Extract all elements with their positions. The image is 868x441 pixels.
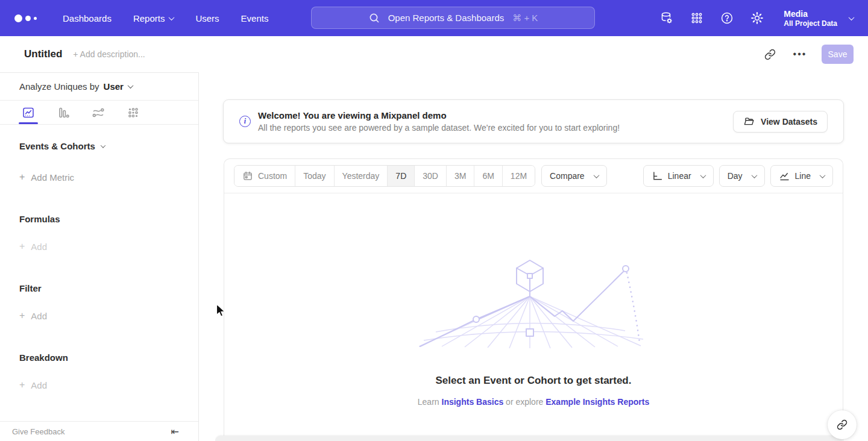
add-filter-button[interactable]: + Add: [19, 310, 198, 321]
range-12m[interactable]: 12M: [503, 166, 535, 186]
report-toolbar: Custom Today Yesterday 7D 30D 3M 6M 12M …: [224, 159, 843, 193]
view-datasets-button[interactable]: View Datasets: [733, 111, 828, 133]
tab-retention-icon[interactable]: [123, 101, 143, 124]
global-search-input[interactable]: Open Reports & Dashboards ⌘ + K: [311, 7, 595, 29]
save-button[interactable]: Save: [822, 45, 854, 64]
top-navigation: Dashboards Reports Users Events Open Rep…: [0, 0, 868, 36]
nav-reports[interactable]: Reports: [133, 13, 174, 23]
apps-grid-icon[interactable]: [690, 11, 704, 25]
chevron-down-icon: [700, 172, 706, 178]
analyze-value-dropdown[interactable]: User: [104, 81, 133, 92]
chevron-down-icon: [169, 14, 175, 20]
info-icon: i: [239, 116, 251, 127]
help-icon[interactable]: [720, 11, 734, 25]
mixpanel-logo[interactable]: [14, 14, 46, 22]
chevron-down-icon: [101, 143, 105, 148]
plus-icon: +: [19, 310, 25, 321]
banner-title: Welcome! You are viewing a Mixpanel demo: [258, 110, 620, 120]
range-3m[interactable]: 3M: [447, 166, 474, 186]
report-description-placeholder[interactable]: + Add description...: [73, 49, 145, 59]
range-6m[interactable]: 6M: [474, 166, 502, 186]
scale-dropdown[interactable]: Linear: [643, 165, 714, 187]
settings-icon[interactable]: [750, 11, 764, 25]
chevron-down-icon: [849, 14, 855, 20]
search-icon: [368, 12, 380, 24]
insights-basics-link[interactable]: Insights Basics: [442, 397, 504, 407]
sidebar-footer: Give Feedback ⇤: [0, 421, 198, 441]
visualization-tabs: [0, 101, 198, 125]
query-builder-sidebar: Analyze Uniques by User: [0, 72, 199, 441]
plus-icon: +: [19, 380, 25, 390]
nav-users[interactable]: Users: [195, 13, 219, 23]
plus-icon: +: [19, 241, 25, 252]
range-yesterday[interactable]: Yesterday: [335, 166, 388, 186]
report-card: Custom Today Yesterday 7D 30D 3M 6M 12M …: [224, 158, 843, 441]
interval-dropdown[interactable]: Day: [719, 165, 765, 187]
nav-events[interactable]: Events: [241, 13, 269, 23]
demo-welcome-banner: i Welcome! You are viewing a Mixpanel de…: [223, 99, 844, 143]
project-name: Media: [784, 8, 837, 19]
give-feedback-link[interactable]: Give Feedback: [12, 427, 64, 436]
report-header: Untitled + Add description... ••• Save: [0, 36, 868, 72]
add-metric-button[interactable]: + Add Metric: [19, 172, 198, 183]
tab-insights-icon[interactable]: [18, 101, 39, 124]
analyze-label: Analyze Uniques by: [19, 81, 99, 92]
banner-subtitle: All the reports you see are powered by a…: [258, 123, 620, 133]
tab-bar-icon[interactable]: [53, 101, 74, 124]
collapse-sidebar-icon[interactable]: ⇤: [171, 426, 179, 437]
copy-link-icon[interactable]: [761, 46, 778, 63]
add-formula-button[interactable]: + Add: [19, 241, 198, 252]
filter-section-header: Filter: [19, 283, 198, 293]
chevron-down-icon: [593, 172, 599, 178]
empty-state-subtext: Learn Insights Basics or explore Example…: [418, 397, 649, 407]
project-scope: All Project Data: [784, 19, 837, 28]
range-7d[interactable]: 7D: [388, 166, 415, 186]
empty-state-illustration: [419, 256, 648, 349]
chart-type-dropdown[interactable]: Line: [770, 165, 833, 187]
folder-icon: [743, 116, 755, 127]
compare-button[interactable]: Compare: [541, 165, 607, 187]
range-30d[interactable]: 30D: [415, 166, 447, 186]
more-options-button[interactable]: •••: [791, 46, 808, 63]
plus-icon: +: [19, 172, 25, 183]
tab-flows-icon[interactable]: [88, 101, 108, 124]
chevron-down-icon: [127, 83, 133, 89]
chevron-down-icon: [751, 172, 757, 178]
analyze-uniques-row: Analyze Uniques by User: [0, 73, 198, 101]
linear-axis-icon: [652, 170, 663, 182]
search-placeholder: Open Reports & Dashboards: [388, 13, 505, 23]
report-title[interactable]: Untitled: [24, 48, 62, 60]
example-insights-reports-link[interactable]: Example Insights Reports: [546, 397, 649, 407]
empty-state: Select an Event or Cohort to get started…: [224, 193, 843, 407]
project-switcher[interactable]: Media All Project Data: [784, 8, 854, 28]
date-range-selector: Custom Today Yesterday 7D 30D 3M 6M 12M: [234, 165, 535, 187]
share-link-fab[interactable]: [828, 410, 857, 439]
bottom-table-peek[interactable]: [215, 436, 842, 441]
breakdown-section-header: Breakdown: [19, 352, 198, 363]
events-cohorts-section-header[interactable]: Events & Cohorts: [19, 141, 198, 151]
primary-nav: Dashboards Reports Users Events: [63, 13, 268, 23]
chevron-down-icon: [820, 172, 826, 178]
nav-right-controls: Media All Project Data: [659, 8, 854, 28]
calendar-icon: [242, 170, 253, 181]
formulas-section-header: Formulas: [19, 214, 198, 224]
data-management-icon[interactable]: [659, 11, 674, 25]
add-breakdown-button[interactable]: + Add: [19, 380, 198, 390]
empty-state-heading: Select an Event or Cohort to get started…: [436, 375, 632, 387]
range-custom[interactable]: Custom: [234, 166, 295, 186]
nav-dashboards[interactable]: Dashboards: [63, 13, 112, 23]
range-today[interactable]: Today: [295, 166, 334, 186]
search-shortcut: ⌘ + K: [512, 13, 538, 23]
line-chart-icon: [779, 170, 790, 182]
